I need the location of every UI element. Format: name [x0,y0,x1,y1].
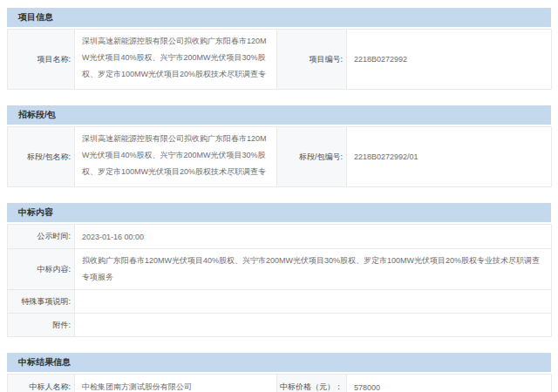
special-notes-label: 特殊事项说明: [8,290,75,314]
project-code-value: 2218B0272992 [347,30,552,90]
award-content-table: 公示时间: 2023-01-16 00:00 中标内容: 拟收购广东阳春市120… [7,224,552,337]
table-row: 中标人名称: 中检集团南方测试股份有限公司 中标价格（元）： 578000 [8,375,552,392]
package-code-label: 标段/包编号: [277,127,347,187]
section-bid-package-title: 招标段/包 [7,105,551,125]
publish-time-label: 公示时间: [8,225,75,249]
section-award-content: 中标内容 公示时间: 2023-01-16 00:00 中标内容: 拟收购广东阳… [7,203,551,337]
section-project-info: 项目信息 项目名称: 深圳高速新能源控股有限公司拟收购广东阳春市120MW光伏项… [7,8,551,90]
table-row: 附件: [8,314,552,337]
bid-package-table: 标段/包名称: 深圳高速新能源控股有限公司拟收购广东阳春市120MW光伏项目40… [7,126,552,187]
table-row: 公示时间: 2023-01-16 00:00 [8,225,552,249]
attachment-label: 附件: [8,314,75,337]
publish-time-value: 2023-01-16 00:00 [75,225,552,249]
package-name-label: 标段/包名称: [8,127,75,187]
project-name-label: 项目名称: [8,30,75,90]
bid-result-page: { "colors": { "section_header_bg": "#c5d… [0,0,558,392]
award-price-label: 中标价格（元）： [277,375,347,392]
project-info-table: 项目名称: 深圳高速新能源控股有限公司拟收购广东阳春市120MW光伏项目40%股… [7,29,552,90]
table-row: 中标内容: 拟收购广东阳春市120MW光伏项目40%股权、兴宁市200MW光伏项… [8,249,552,290]
project-name-text: 深圳高速新能源控股有限公司拟收购广东阳春市120MW光伏项目40%股权、兴宁市2… [82,33,269,85]
winner-name-label: 中标人名称: [8,375,75,392]
package-code-value: 2218B0272992/01 [347,127,552,187]
table-row: 标段/包名称: 深圳高速新能源控股有限公司拟收购广东阳春市120MW光伏项目40… [8,127,552,187]
section-award-content-title: 中标内容 [7,203,551,222]
table-row: 特殊事项说明: [8,290,552,314]
project-code-label: 项目编号: [277,30,347,90]
project-name-value: 深圳高速新能源控股有限公司拟收购广东阳春市120MW光伏项目40%股权、兴宁市2… [75,30,277,90]
package-name-text: 深圳高速新能源控股有限公司拟收购广东阳春市120MW光伏项目40%股权、兴宁市2… [82,131,269,183]
section-award-result: 中标结果信息 中标人名称: 中检集团南方测试股份有限公司 中标价格（元）： 57… [7,353,551,392]
section-award-result-title: 中标结果信息 [7,353,551,372]
content-area: 项目信息 项目名称: 深圳高速新能源控股有限公司拟收购广东阳春市120MW光伏项… [0,0,558,392]
section-bid-package: 招标段/包 标段/包名称: 深圳高速新能源控股有限公司拟收购广东阳春市120MW… [7,105,551,187]
award-content-label: 中标内容: [8,249,75,290]
package-name-value: 深圳高速新能源控股有限公司拟收购广东阳春市120MW光伏项目40%股权、兴宁市2… [75,127,277,187]
award-price-value: 578000 [347,375,552,392]
section-project-info-title: 项目信息 [7,8,551,27]
attachment-value [75,314,552,337]
award-result-table: 中标人名称: 中检集团南方测试股份有限公司 中标价格（元）： 578000 [7,374,552,392]
table-row: 项目名称: 深圳高速新能源控股有限公司拟收购广东阳春市120MW光伏项目40%股… [8,30,552,90]
special-notes-value [75,290,552,314]
winner-name-value: 中检集团南方测试股份有限公司 [75,375,277,392]
award-content-value: 拟收购广东阳春市120MW光伏项目40%股权、兴宁市200MW光伏项目30%股权… [75,249,552,290]
